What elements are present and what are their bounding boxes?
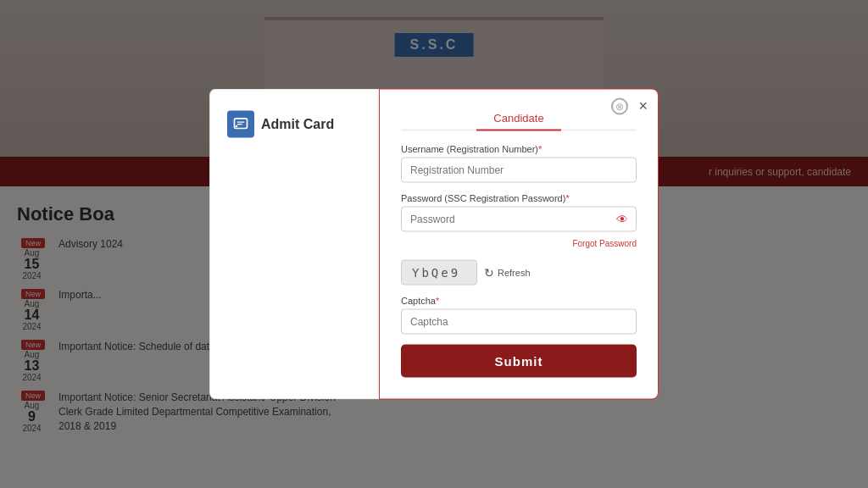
admit-card-modal: Admit Card × ⊗ Candidate Username (Regis… bbox=[209, 89, 659, 400]
password-field-group: Password (SSC Registration Password)* 👁 … bbox=[401, 193, 637, 250]
captcha-field-group: Captcha* bbox=[401, 296, 637, 335]
forgot-password-link-wrapper: Forgot Password bbox=[401, 235, 637, 250]
submit-button[interactable]: Submit bbox=[401, 345, 637, 378]
modal-close-button[interactable]: × bbox=[638, 98, 648, 114]
captcha-image: YbQe9 bbox=[401, 260, 477, 286]
captcha-refresh-button[interactable]: ↻ Refresh bbox=[484, 266, 531, 280]
password-wrapper: 👁 bbox=[401, 207, 637, 232]
modal-right-panel: × ⊗ Candidate Username (Registration Num… bbox=[379, 89, 659, 400]
username-input[interactable] bbox=[401, 158, 637, 183]
captcha-input[interactable] bbox=[401, 309, 637, 335]
tab-candidate[interactable]: Candidate bbox=[476, 107, 560, 131]
refresh-label: Refresh bbox=[498, 268, 531, 278]
captcha-display-row: YbQe9 ↻ Refresh bbox=[401, 260, 637, 286]
username-field-group: Username (Registration Number)* bbox=[401, 144, 637, 183]
modal-info-icon: ⊗ bbox=[611, 98, 628, 115]
password-label: Password (SSC Registration Password)* bbox=[401, 193, 637, 203]
modal-tabs: Candidate bbox=[401, 107, 637, 131]
modal-title: Admit Card bbox=[261, 117, 334, 132]
admit-card-icon bbox=[227, 111, 254, 138]
password-eye-icon[interactable]: 👁 bbox=[616, 213, 628, 226]
captcha-label: Captcha* bbox=[401, 296, 637, 306]
modal-left-panel: Admit Card bbox=[209, 89, 379, 400]
modal-header: Admit Card bbox=[227, 111, 362, 138]
username-label: Username (Registration Number)* bbox=[401, 144, 637, 154]
password-input[interactable] bbox=[401, 207, 637, 232]
refresh-icon: ↻ bbox=[484, 266, 494, 280]
svg-point-3 bbox=[236, 125, 238, 128]
forgot-password-link[interactable]: Forgot Password bbox=[572, 239, 637, 248]
